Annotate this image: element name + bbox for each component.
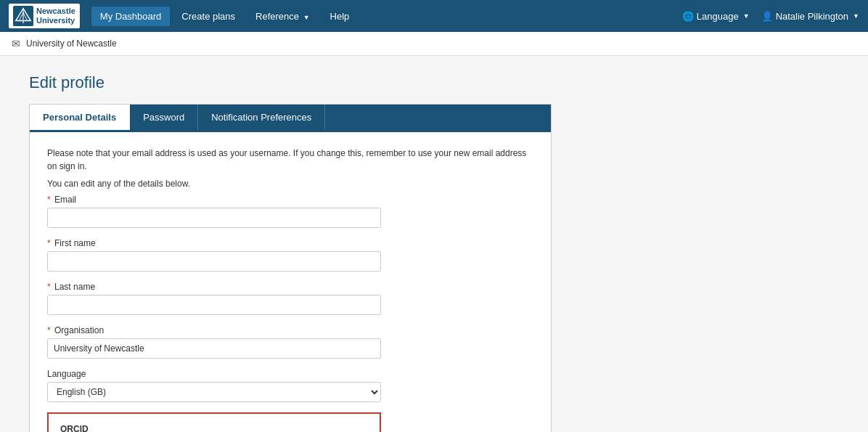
nav-createplans[interactable]: Create plans [173,7,244,26]
orcid-title: ORCID [60,424,368,432]
info-text-1: Please note that your email address is u… [47,147,533,173]
nav-reference[interactable]: Reference ▼ [247,7,319,26]
nav-mydashboard[interactable]: My Dashboard [91,7,171,26]
nav-help[interactable]: Help [322,7,359,26]
orcid-box: ORCID iD Create or connect your ORCID iD… [47,412,381,432]
email-group: * Email [47,195,533,228]
organisation-required: * [47,325,51,335]
tab-password[interactable]: Password [130,105,198,130]
navbar: Newcastle University My Dashboard Create… [0,0,868,32]
email-required: * [47,195,51,205]
profile-card: Personal Details Password Notification P… [29,104,552,432]
language-select[interactable]: English (GB) English (US) French German … [47,382,381,402]
tab-personal-details[interactable]: Personal Details [30,105,130,130]
user-menu[interactable]: 👤 Natalie Pilkington ▼ [761,11,859,22]
organisation-input[interactable] [47,338,381,359]
tabs: Personal Details Password Notification P… [30,105,551,132]
language-icon: 🌐 [682,11,694,22]
lastname-input[interactable] [47,295,381,315]
newcastle-logo-icon [13,6,33,26]
firstname-group: * First name [47,238,533,272]
breadcrumb-institution: University of Newcastle [26,38,117,49]
user-dropdown-arrow: ▼ [853,12,859,20]
language-selector[interactable]: 🌐 Language ▼ [682,11,750,22]
firstname-input[interactable] [47,251,381,272]
tab-notification-preferences[interactable]: Notification Preferences [198,105,325,130]
nav-right: 🌐 Language ▼ 👤 Natalie Pilkington ▼ [682,11,859,22]
lastname-required: * [47,282,51,292]
organisation-group: * Organisation [47,325,533,359]
mail-icon: ✉ [12,38,20,49]
reference-dropdown-arrow: ▼ [303,14,310,21]
logo-text: Newcastle University [36,7,75,25]
lastname-group: * Last name [47,282,533,315]
page-title: Edit profile [29,73,839,92]
language-dropdown-arrow: ▼ [743,12,750,20]
organisation-label: * Organisation [47,325,533,335]
info-text-2: You can edit any of the details below. [47,177,533,190]
form-area: Please note that your email address is u… [30,132,551,432]
logo[interactable]: Newcastle University [9,4,80,28]
email-label: * Email [47,195,533,205]
user-icon: 👤 [761,11,773,22]
breadcrumb-bar: ✉ University of Newcastle [0,32,868,56]
firstname-label: * First name [47,238,533,248]
main-content: Edit profile Personal Details Password N… [0,56,868,432]
nav-links: My Dashboard Create plans Reference ▼ He… [91,7,682,26]
firstname-required: * [47,238,51,248]
lastname-label: * Last name [47,282,533,292]
language-label: Language [47,369,533,379]
email-input[interactable] [47,208,381,228]
language-group: Language English (GB) English (US) Frenc… [47,369,533,402]
logo-line2: University [36,16,75,25]
logo-line1: Newcastle [36,7,75,16]
